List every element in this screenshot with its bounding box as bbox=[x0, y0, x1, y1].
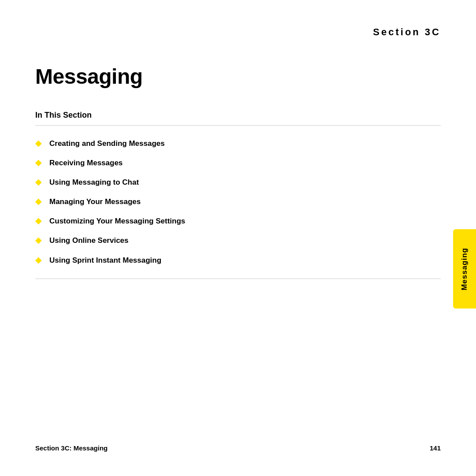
list-item: ◆ Receiving Messages bbox=[35, 158, 441, 168]
toc-item-text: Using Online Services bbox=[49, 236, 129, 245]
bullet-icon: ◆ bbox=[35, 216, 41, 226]
list-item: ◆ Creating and Sending Messages bbox=[35, 139, 441, 149]
list-item: ◆ Using Sprint Instant Messaging bbox=[35, 256, 441, 265]
list-item: ◆ Customizing Your Messaging Settings bbox=[35, 216, 441, 226]
side-tab: Messaging bbox=[453, 229, 476, 309]
toc-item-text: Using Sprint Instant Messaging bbox=[49, 256, 161, 265]
side-tab-label: Messaging bbox=[460, 248, 469, 290]
section-label: Section 3C bbox=[35, 26, 441, 38]
list-item: ◆ Using Online Services bbox=[35, 236, 441, 245]
bullet-icon: ◆ bbox=[35, 178, 41, 187]
toc-item-text: Customizing Your Messaging Settings bbox=[49, 216, 185, 226]
bullet-icon: ◆ bbox=[35, 236, 41, 245]
bullet-icon: ◆ bbox=[35, 197, 41, 207]
page-container: Section 3C Messaging In This Section ◆ C… bbox=[0, 0, 476, 476]
toc-item-text: Receiving Messages bbox=[49, 158, 123, 168]
page-title: Messaging bbox=[35, 64, 441, 89]
bullet-icon: ◆ bbox=[35, 158, 41, 168]
toc-item-text: Using Messaging to Chat bbox=[49, 178, 139, 187]
in-this-section-heading: In This Section bbox=[35, 111, 441, 120]
bullet-icon: ◆ bbox=[35, 256, 41, 265]
list-item: ◆ Using Messaging to Chat bbox=[35, 178, 441, 187]
toc-list: ◆ Creating and Sending Messages ◆ Receiv… bbox=[35, 139, 441, 265]
top-divider bbox=[35, 125, 441, 126]
toc-item-text: Creating and Sending Messages bbox=[49, 139, 165, 149]
footer-left: Section 3C: Messaging bbox=[35, 444, 108, 452]
bottom-divider bbox=[35, 279, 441, 279]
list-item: ◆ Managing Your Messages bbox=[35, 197, 441, 207]
footer: Section 3C: Messaging 141 bbox=[35, 444, 441, 452]
toc-item-text: Managing Your Messages bbox=[49, 197, 141, 207]
bullet-icon: ◆ bbox=[35, 139, 41, 149]
footer-page-number: 141 bbox=[430, 444, 441, 452]
